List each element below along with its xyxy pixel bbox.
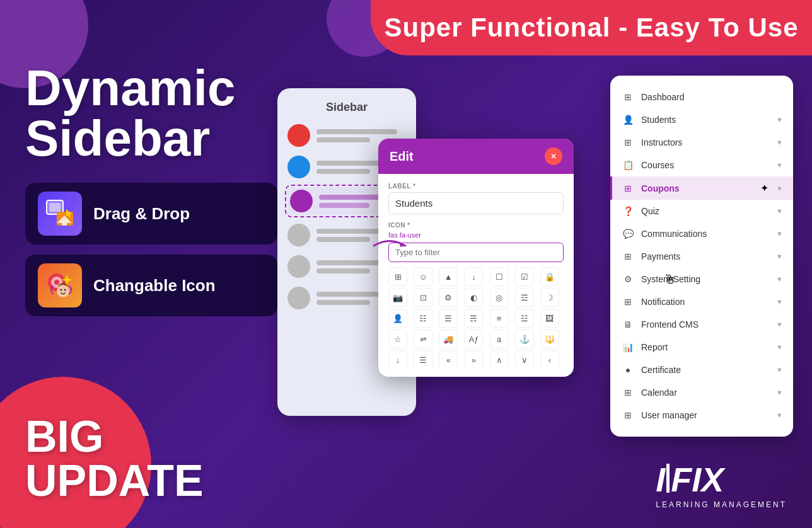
banner-text: Super Functional - Easy To Use [384, 13, 798, 43]
icon-cell[interactable]: 🖼 [540, 309, 559, 328]
icon-cell[interactable]: ☳ [515, 309, 534, 328]
rs-item-calendar[interactable]: ⊞ Calendar ▼ [610, 381, 793, 404]
icon-cell[interactable]: ☺ [414, 267, 432, 286]
icon-cell[interactable]: ◐ [464, 288, 483, 307]
rs-item-coupons[interactable]: ⊞ Coupons ✦ ▼ [610, 176, 793, 200]
icon-cell[interactable]: 👤 [388, 309, 407, 328]
icon-cell[interactable]: a [490, 330, 509, 348]
svg-rect-1 [49, 203, 61, 212]
right-sidebar-preview: ⊞ Dashboard 👤 Students ▼ ⊞ Instructors ▼… [610, 76, 793, 437]
icon-cell[interactable]: ⊡ [414, 288, 432, 307]
sidebar-circle-5 [287, 255, 310, 278]
rs-item-frontend-cms[interactable]: 🖥 Frontend CMS ▼ [610, 313, 793, 336]
icon-cell[interactable]: ☲ [515, 288, 534, 307]
icon-filter-input[interactable] [388, 243, 564, 262]
communications-chevron: ▼ [776, 230, 783, 238]
title-line2: Sidebar [25, 110, 210, 166]
feature-changable-icon: Changable Icon [25, 255, 277, 316]
icon-cell[interactable]: ▲ [439, 267, 458, 286]
coupons-chevron: ▼ [776, 185, 783, 192]
main-title: Dynamic Sidebar [25, 63, 277, 164]
icon-cell[interactable]: ⇌ [414, 330, 432, 348]
rs-item-certificate[interactable]: ● Certificate ▼ [610, 359, 793, 381]
icon-cell[interactable]: ☴ [464, 309, 483, 328]
icon-cell[interactable]: ∨ [515, 350, 534, 368]
icon-cell[interactable]: ⊞ [388, 267, 407, 286]
icon-cell[interactable]: 🔱 [540, 330, 559, 348]
sidebar-circle-6 [287, 287, 310, 309]
icon-cell[interactable]: 📷 [388, 288, 407, 307]
courses-icon: 📋 [622, 159, 634, 171]
students-chevron: ▼ [776, 116, 783, 123]
rs-label-system-setting: System Setting [641, 274, 768, 284]
icon-cell[interactable]: ☰ [414, 350, 432, 368]
big-update: BIG UPDATE [25, 415, 204, 503]
infix-logo-wordmark: I FIX [656, 460, 787, 499]
rs-label-payments: Payments [641, 251, 768, 261]
students-icon: 👤 [622, 114, 634, 125]
changable-icon-svg [43, 268, 77, 302]
icon-cell[interactable]: ☽ [540, 288, 559, 307]
system-setting-icon: ⚙ [622, 273, 634, 285]
rs-item-payments[interactable]: ⊞ Payments ▼ [610, 245, 793, 268]
edit-close-button[interactable]: × [545, 147, 562, 165]
icon-cell[interactable]: ↓ [388, 350, 407, 368]
rs-item-report[interactable]: 📊 Report ▼ [610, 336, 793, 359]
rs-item-quiz[interactable]: ❓ Quiz ▼ [610, 200, 793, 222]
icon-cell[interactable]: » [464, 350, 483, 368]
sun-icon: ✦ [760, 182, 768, 194]
rs-label-report: Report [641, 342, 768, 352]
payments-chevron: ▼ [776, 253, 783, 260]
notification-icon: ⊞ [622, 296, 634, 307]
drag-drop-icon-box [38, 192, 82, 236]
rs-item-notification[interactable]: ⊞ Notification ▼ [610, 290, 793, 313]
svg-point-7 [61, 289, 62, 291]
icon-cell[interactable]: ⚙ [439, 288, 458, 307]
icon-cell[interactable]: ☐ [490, 267, 509, 286]
icon-cell[interactable]: ↓ [464, 267, 483, 286]
drag-drop-icon [44, 198, 76, 229]
icon-cell[interactable]: ☰ [439, 309, 458, 328]
icon-cell[interactable]: « [439, 350, 458, 368]
infix-logo-sub: LEARNING MANAGEMENT [656, 500, 787, 509]
edit-modal-body: LABEL * Students ICON * fas fa-user ⊞ ☺ … [378, 174, 574, 377]
icon-cell[interactable]: ≡ [490, 309, 509, 328]
rs-label-notification: Notification [641, 297, 768, 307]
rs-item-students[interactable]: 👤 Students ▼ [610, 108, 793, 131]
changable-icon-label: Changable Icon [93, 276, 216, 296]
certificate-icon: ● [622, 364, 634, 376]
icon-cell[interactable]: 🚚 [439, 330, 458, 348]
rs-item-communications[interactable]: 💬 Communications ▼ [610, 222, 793, 245]
rs-item-instructors[interactable]: ⊞ Instructors ▼ [610, 131, 793, 154]
label-field-value[interactable]: Students [388, 192, 564, 214]
icon-cell[interactable]: ☑ [515, 267, 534, 286]
drag-arrow [371, 233, 409, 258]
icon-cell[interactable]: Aƒ [464, 330, 483, 348]
icon-cell[interactable]: ∧ [490, 350, 509, 368]
icon-grid: ⊞ ☺ ▲ ↓ ☐ ☑ 🔒 📷 ⊡ ⚙ ◐ ◎ ☲ ☽ 👤 ☷ ☰ ☴ ≡ ☳ … [388, 267, 564, 368]
sidebar-circle-2 [287, 156, 310, 178]
rs-item-dashboard[interactable]: ⊞ Dashboard [610, 86, 793, 108]
edit-modal-title: Edit [390, 149, 414, 164]
infix-I: I [656, 460, 665, 499]
icon-cell[interactable]: ☆ [388, 330, 407, 348]
rs-label-quiz: Quiz [641, 206, 768, 216]
icon-cell[interactable]: ☷ [414, 309, 432, 328]
icon-cell[interactable]: ◎ [490, 288, 509, 307]
sidebar-circle-1 [287, 124, 310, 147]
rs-label-certificate: Certificate [641, 365, 768, 375]
report-chevron: ▼ [776, 343, 783, 351]
big-update-line2: UPDATE [25, 459, 204, 503]
rs-label-user-manager: User manager [641, 410, 768, 420]
rs-item-user-manager[interactable]: ⊞ User manager ▼ [610, 404, 793, 427]
rs-item-system-setting[interactable]: ⚙ System Setting ▼ [610, 268, 793, 290]
rs-item-courses[interactable]: 📋 Courses ▼ [610, 154, 793, 176]
communications-icon: 💬 [622, 228, 634, 239]
svg-point-5 [54, 280, 59, 285]
courses-chevron: ▼ [776, 161, 783, 169]
sidebar-circle-4 [287, 224, 310, 246]
icon-cell[interactable]: ⚓ [515, 330, 534, 348]
icon-cell[interactable]: 🔒 [540, 267, 559, 286]
icon-cell[interactable]: ‹ [540, 350, 559, 368]
big-update-line1: BIG [25, 415, 204, 459]
